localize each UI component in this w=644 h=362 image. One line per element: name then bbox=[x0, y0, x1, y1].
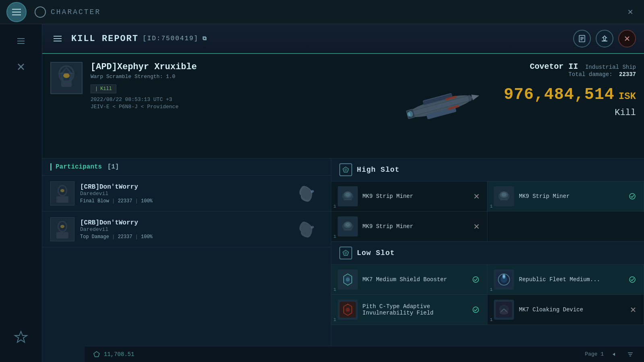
ship-class: Industrial Ship bbox=[585, 64, 636, 70]
victim-right-panel: Covetor II Industrial Ship Total damage:… bbox=[504, 62, 636, 150]
svg-point-84 bbox=[346, 308, 350, 312]
participant-item[interactable]: [CRB]Don'tWorry Daredevil Final Blow | 2… bbox=[42, 176, 331, 212]
slot-module-icon bbox=[338, 186, 358, 206]
svg-marker-95 bbox=[613, 353, 615, 356]
svg-point-74 bbox=[473, 277, 479, 282]
bottom-bar-left: 11,708.51 bbox=[93, 350, 134, 358]
svg-point-64 bbox=[345, 223, 350, 227]
svg-marker-24 bbox=[471, 93, 480, 100]
character-icon bbox=[35, 6, 46, 18]
participant-name: [CRB]Don'tWorry bbox=[80, 183, 285, 191]
slot-module-name: Republic Fleet Medium... bbox=[519, 276, 623, 283]
svg-point-58 bbox=[502, 193, 506, 197]
svg-point-18 bbox=[63, 73, 70, 78]
high-slot-icon bbox=[339, 163, 352, 176]
slot-module-name: MK7 Cloaking Device bbox=[519, 306, 624, 313]
svg-rect-10 bbox=[602, 41, 607, 41]
participant-portrait bbox=[50, 181, 74, 206]
filter-button[interactable] bbox=[625, 349, 636, 360]
slot-item[interactable]: 1 Pith C-Type Adaptive Invulnerability F… bbox=[331, 295, 488, 325]
participants-header: Participants [1] bbox=[42, 158, 331, 176]
result-label: Kill bbox=[615, 108, 636, 118]
high-slot-title: High Slot bbox=[357, 166, 400, 174]
kr-id: [ID:7500419] bbox=[142, 35, 198, 42]
low-slot-header: Low Slot bbox=[331, 242, 644, 265]
svg-point-44 bbox=[60, 225, 64, 228]
slot-module-name: Pith C-Type Adaptive Invulnerability Fie… bbox=[363, 303, 466, 316]
page-indicator: Page 1 bbox=[585, 351, 604, 357]
svg-point-88 bbox=[501, 306, 507, 311]
destroyed-icon bbox=[473, 222, 481, 230]
kill-badge: Kill bbox=[91, 84, 116, 93]
left-sidebar bbox=[0, 24, 42, 362]
kr-actions bbox=[573, 30, 636, 47]
kr-close-button[interactable] bbox=[618, 30, 636, 47]
svg-marker-69 bbox=[344, 251, 347, 255]
victim-portrait bbox=[50, 62, 83, 94]
participant-portrait bbox=[50, 217, 74, 241]
slot-item[interactable]: 1 MK7 Medium Shield Booster bbox=[331, 265, 488, 295]
prev-page-button[interactable] bbox=[609, 349, 620, 360]
svg-rect-0 bbox=[17, 38, 25, 39]
slot-item[interactable]: 1 MK7 Cloaking Device bbox=[487, 295, 644, 325]
svg-rect-59 bbox=[500, 199, 508, 200]
isk-value: 976,484,514 bbox=[504, 86, 615, 104]
slot-count: 1 bbox=[490, 287, 493, 292]
sidebar-menu-icon[interactable] bbox=[12, 32, 30, 50]
hamburger-button[interactable] bbox=[6, 2, 27, 22]
destroyed-icon bbox=[629, 306, 637, 314]
slot-count: 1 bbox=[334, 287, 336, 292]
kill-time: 2022/08/22 08:53:13 UTC +3 bbox=[91, 97, 375, 103]
sidebar-star-icon[interactable] bbox=[12, 328, 30, 346]
participants-panel: Participants [1] [CRB]Don'tWorry bbox=[42, 158, 331, 362]
kr-notes-button[interactable] bbox=[573, 30, 591, 47]
svg-rect-65 bbox=[344, 229, 352, 230]
svg-marker-94 bbox=[94, 352, 99, 357]
intact-icon bbox=[471, 275, 481, 284]
slot-count: 1 bbox=[334, 204, 336, 209]
slot-item[interactable]: 1 Republic Fleet Medium... bbox=[487, 265, 644, 295]
slots-panel: High Slot 1 MK9 S bbox=[331, 158, 644, 362]
slot-module-name: MK9 Strip Miner bbox=[363, 193, 468, 200]
kr-title: KILL REPORT [ID:7500419] ⧉ bbox=[71, 34, 207, 44]
kill-location: JEIV-E < P6N8-J < Providence bbox=[91, 104, 375, 110]
slot-item[interactable]: 1 MK9 Strip Miner bbox=[331, 212, 488, 242]
slot-module-icon bbox=[494, 269, 514, 290]
slot-count: 1 bbox=[334, 234, 336, 239]
slot-item[interactable]: 1 MK9 Strip Miner bbox=[331, 181, 488, 212]
intact-icon bbox=[471, 305, 481, 315]
top-close-button[interactable]: ✕ bbox=[623, 5, 638, 19]
slot-module-name: MK9 Strip Miner bbox=[363, 223, 468, 230]
slot-item[interactable]: 1 MK9 Strip Miner bbox=[487, 181, 644, 212]
slot-module-name: MK9 Strip Miner bbox=[519, 193, 623, 200]
svg-point-85 bbox=[473, 307, 479, 313]
kr-body: Participants [1] [CRB]Don'tWorry bbox=[42, 158, 644, 362]
low-slot-icon bbox=[339, 247, 352, 259]
kill-report-header: KILL REPORT [ID:7500419] ⧉ bbox=[42, 24, 644, 54]
svg-point-73 bbox=[346, 278, 350, 282]
victim-name: [APD]Xephyr Xruxible bbox=[91, 62, 375, 72]
slot-module-icon bbox=[494, 186, 514, 206]
svg-rect-19 bbox=[61, 80, 72, 87]
participant-ship-icon bbox=[291, 219, 323, 239]
slot-count: 1 bbox=[490, 317, 493, 322]
participant-item[interactable]: [CRB]Don'tWorry Daredevil Top Damage | 2… bbox=[42, 212, 331, 247]
ship-type: Covetor II bbox=[530, 62, 578, 71]
intact-icon bbox=[627, 275, 637, 284]
kr-export-button[interactable] bbox=[596, 30, 613, 47]
intact-icon bbox=[627, 191, 637, 201]
participant-damage: Top Damage | 22337 | 100% bbox=[80, 234, 285, 240]
kr-menu-button[interactable] bbox=[50, 31, 65, 46]
kr-copy-icon[interactable]: ⧉ bbox=[202, 35, 207, 42]
destroyed-icon bbox=[473, 192, 481, 200]
slot-count: 1 bbox=[334, 317, 336, 322]
slot-module-icon bbox=[338, 269, 358, 290]
isk-label: ISK bbox=[619, 91, 636, 102]
bottom-bar: 11,708.51 Page 1 bbox=[85, 346, 644, 362]
sidebar-close-icon[interactable] bbox=[12, 58, 30, 76]
participant-name: [CRB]Don'tWorry bbox=[80, 219, 285, 226]
slot-module-icon bbox=[494, 300, 514, 320]
svg-point-38 bbox=[60, 189, 64, 192]
high-slot-grid: 1 MK9 Strip Miner bbox=[331, 181, 644, 242]
participant-damage: Final Blow | 22337 | 100% bbox=[80, 198, 285, 204]
